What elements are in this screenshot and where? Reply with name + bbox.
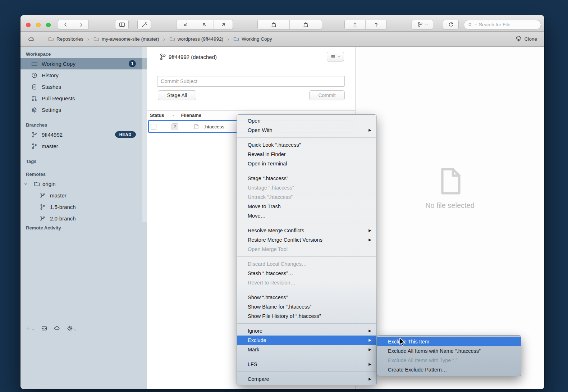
tray-icon [41,325,47,332]
inbox-button[interactable] [41,325,47,332]
sidebar-settings-button[interactable] [67,325,77,332]
back-button[interactable] [58,20,73,29]
sidebar-item-branch-master[interactable]: master [20,140,147,152]
stage-checkbox[interactable] [151,124,156,129]
breadcrumb-item-repo[interactable]: my-awesome-site (master) [93,36,159,42]
menu-item-unstage: Unstage “.htaccess” [237,183,376,192]
menu-item-restore-merge-conflict-versions[interactable]: Restore Merge Conflict Versions [237,235,376,245]
branch-icon [39,192,46,199]
menu-separator [237,357,376,357]
workspace-section-header: Workspace [20,50,147,58]
menu-item-show-file-history[interactable]: Show File History of “.htaccess” [237,311,376,321]
close-window-button[interactable] [26,23,31,27]
list-options-button[interactable] [327,52,344,61]
actions-wand-button[interactable] [137,20,151,29]
layout-button[interactable] [115,20,129,29]
sidebar-item-branch-9ff44992[interactable]: 9ff44992 HEAD [20,129,147,140]
sidebar-toolbar [25,325,77,332]
branch-icon [31,131,38,138]
sidebar-item-origin-master[interactable]: master [20,190,147,201]
clone-button[interactable]: Clone [515,36,537,42]
zoom-window-button[interactable] [46,23,51,27]
pull-request-icon [31,95,38,102]
breadcrumb-item-repositories[interactable]: Repositories [48,36,83,42]
menu-item-compare[interactable]: Compare [237,374,376,384]
blue-folder-icon [233,36,239,42]
menu-item-stage[interactable]: Stage “.htaccess” [237,174,376,183]
sidebar-item-origin-1-5-branch[interactable]: 1.5-branch [20,201,147,213]
cloud-download-icon [515,36,522,42]
sidebar-item-stashes[interactable]: Stashes [20,81,147,92]
menu-item-exclude[interactable]: Exclude [237,336,376,345]
sidebar-item-origin-2-0-branch[interactable]: 2.0-branch [20,213,147,222]
cloud-icon [54,325,60,332]
branch-dropdown-button[interactable] [412,20,433,29]
current-ref-label: 9ff44992 (detached) [169,54,217,60]
breadcrumb-separator [87,36,89,42]
arrow-up-left-button[interactable] [195,20,214,29]
file-search-field[interactable] [464,20,541,29]
menu-separator [237,256,376,257]
forward-button[interactable] [73,20,88,29]
sidebar-item-settings[interactable]: Settings [20,104,147,115]
path-bar: Repositories my-awesome-site (master) wo… [20,32,544,47]
menu-item-mark[interactable]: Mark [237,345,376,354]
search-input[interactable] [479,22,537,27]
menu-separator [237,171,376,171]
minimize-window-button[interactable] [36,23,41,27]
chevron-left-icon [63,22,69,28]
submenu-item-create-exclude-pattern[interactable]: Create Exclude Pattern… [377,365,521,374]
menu-item-show-blame[interactable]: Show Blame for “.htaccess” [237,302,376,311]
add-button[interactable] [25,325,35,331]
sidebar-scrollbar[interactable] [142,47,147,222]
menu-item-open-in-terminal[interactable]: Open in Terminal [237,159,376,168]
arrow-up-right-icon [220,21,227,28]
menu-separator [237,223,376,223]
menu-item-stash-file[interactable]: Stash “.htaccess”… [237,269,376,278]
menu-item-ignore[interactable]: Ignore [237,326,376,336]
bag-icon [302,21,309,28]
branches-section-header: Branches [20,121,147,129]
sidebar-item-history[interactable]: History [20,69,147,81]
submenu-item-exclude-all-name[interactable]: Exclude All Items with Name “.htaccess” [377,346,521,356]
filename-column-header[interactable]: Filename [181,113,201,118]
menu-item-quick-look[interactable]: Quick Look “.htaccess” [237,140,376,150]
commit-button[interactable]: Commit [309,90,345,100]
breadcrumb-item-subrepo[interactable]: wordpress (9ff44992) [169,36,223,42]
menu-item-reveal-in-finder[interactable]: Reveal in Finder [237,150,376,159]
sidebar-item-pull-requests[interactable]: Pull Requests [20,92,147,104]
sidebar-item-working-copy[interactable]: Working Copy 1 [20,58,147,69]
sidebar-divider [20,222,147,222]
commit-subject-input[interactable] [157,76,345,87]
cloud-button[interactable] [54,325,60,332]
sidebar-item-label: Pull Requests [42,95,147,101]
stash-button[interactable] [258,20,290,29]
menu-item-move[interactable]: Move… [237,211,376,220]
unstash-button[interactable] [290,20,322,29]
disclosure-triangle-icon[interactable] [23,181,28,186]
folder-icon [48,36,54,42]
menu-item-move-to-trash[interactable]: Move to Trash [237,202,376,211]
breadcrumb-label: my-awesome-site (master) [102,36,159,42]
arrow-up-base-button[interactable] [345,20,366,29]
breadcrumb-item-working-copy[interactable]: Working Copy [233,36,272,42]
menu-item-lfs[interactable]: LFS [237,360,376,369]
menu-item-open-with[interactable]: Open With [237,126,376,135]
refresh-button[interactable] [443,20,459,29]
menu-item-resolve-merge-conflicts[interactable]: Resolve Merge Conflicts [237,226,376,235]
arrow-down-left-button[interactable] [177,20,195,29]
clipboard-icon [31,83,38,90]
sort-chevron-icon[interactable] [171,113,175,117]
stage-all-button[interactable]: Stage All [158,90,196,100]
arrow-up-icon [373,21,380,28]
status-column-header[interactable]: Status [150,113,164,118]
arrow-up-right-button[interactable] [214,20,233,29]
branch-icon [39,204,46,210]
untracked-status-badge: ? [171,123,178,130]
sidebar-item-label: 9ff44992 [42,132,111,138]
search-icon [468,22,473,27]
menu-item-show-file[interactable]: Show “.htaccess” [237,293,376,302]
sidebar-item-remote-origin[interactable]: origin [20,178,147,190]
arrow-up-button[interactable] [366,20,386,29]
menu-item-open[interactable]: Open [237,116,376,126]
